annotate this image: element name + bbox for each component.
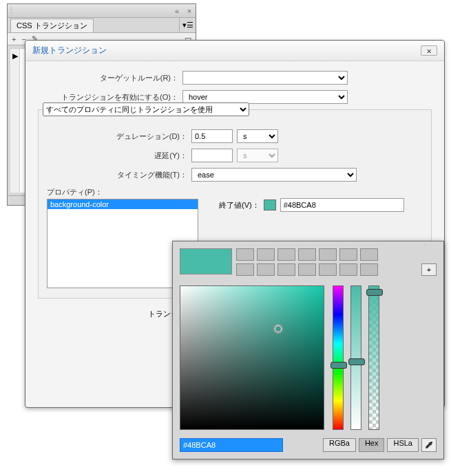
swatch-slot[interactable] xyxy=(298,263,316,276)
color-picker: + RGBa Hex HSLa xyxy=(172,241,444,459)
timing-select[interactable]: ease xyxy=(191,168,357,182)
hex-input[interactable] xyxy=(180,438,283,452)
timing-label: タイミング機能(T)： xyxy=(47,170,191,180)
hex-tab[interactable]: Hex xyxy=(359,438,385,452)
swatch-slot[interactable] xyxy=(339,263,357,276)
swatch-slot[interactable] xyxy=(236,248,254,261)
delay-input[interactable] xyxy=(191,149,233,162)
color-cursor-icon[interactable] xyxy=(273,324,283,334)
swatch-slot[interactable] xyxy=(360,263,378,276)
swatch-slot[interactable] xyxy=(257,248,275,261)
panel-close-button[interactable]: × xyxy=(183,7,196,15)
swatch-slot[interactable] xyxy=(277,263,295,276)
color-swatch[interactable] xyxy=(264,199,276,210)
mode-select[interactable]: すべてのプロパティに同じトランジションを使用 xyxy=(43,102,249,116)
swatch-slot[interactable] xyxy=(319,263,337,276)
enable-on-select[interactable]: hover xyxy=(182,90,348,104)
alpha-slider[interactable] xyxy=(368,285,379,430)
rgba-tab[interactable]: RGBa xyxy=(323,438,356,452)
property-label: プロパティ(P)： xyxy=(47,187,198,197)
dialog-close-button[interactable]: ⨉ xyxy=(421,45,437,56)
swatch-slot[interactable] xyxy=(319,248,337,261)
duration-label: デュレーション(D)： xyxy=(47,131,191,142)
slider-thumb[interactable] xyxy=(331,362,347,369)
delay-label: 遅延(Y)： xyxy=(47,151,191,161)
end-value-label: 終了値(V)： xyxy=(219,200,260,210)
hsla-tab[interactable]: HSLa xyxy=(387,438,419,452)
end-value-field[interactable]: #48BCA8 xyxy=(280,198,404,212)
target-rule-label: ターゲットルール(R)： xyxy=(38,73,182,83)
color-field[interactable] xyxy=(180,285,324,430)
sat-slider[interactable] xyxy=(350,285,361,430)
swatch-slot[interactable] xyxy=(339,248,357,261)
swatch-slot[interactable] xyxy=(236,263,254,276)
swatch-slot[interactable] xyxy=(360,248,378,261)
panel-menu-button[interactable]: ▾☰ xyxy=(179,18,196,32)
add-button[interactable]: + xyxy=(12,35,16,43)
target-rule-select[interactable] xyxy=(182,71,348,85)
panel-tab-row: CSS トランジション ▾☰ xyxy=(8,18,196,33)
add-swatch-button[interactable]: + xyxy=(421,263,437,276)
slider-thumb[interactable] xyxy=(348,358,365,365)
expand-arrow[interactable]: ▶ xyxy=(10,49,20,193)
hue-slider[interactable] xyxy=(333,285,344,430)
grip-icon: ⋮ xyxy=(8,6,14,15)
eyedropper-button[interactable] xyxy=(421,438,437,452)
panel-collapse-button[interactable]: « xyxy=(171,7,183,15)
enable-on-label: トランジションを有効にする(O)： xyxy=(38,92,182,102)
dialog-title: 新規トランジション xyxy=(32,45,107,56)
swatch-slot[interactable] xyxy=(298,248,316,261)
duration-input[interactable] xyxy=(191,129,233,143)
panel-titlebar: ⋮ « × xyxy=(8,4,196,18)
swatch-grid xyxy=(236,248,378,276)
save-to-label: トランジ xyxy=(38,309,182,319)
delay-unit-select[interactable]: s xyxy=(237,149,278,162)
current-color-swatch xyxy=(180,248,232,274)
dialog-titlebar: 新規トランジション ⨉ xyxy=(25,41,444,61)
panel-tab-css-transition[interactable]: CSS トランジション xyxy=(10,19,94,32)
eyedropper-icon xyxy=(424,440,434,450)
duration-unit-select[interactable]: s xyxy=(237,129,278,143)
list-item[interactable]: background-color xyxy=(48,199,198,209)
slider-thumb[interactable] xyxy=(366,289,383,296)
swatch-slot[interactable] xyxy=(257,263,275,276)
swatch-slot[interactable] xyxy=(277,248,295,261)
